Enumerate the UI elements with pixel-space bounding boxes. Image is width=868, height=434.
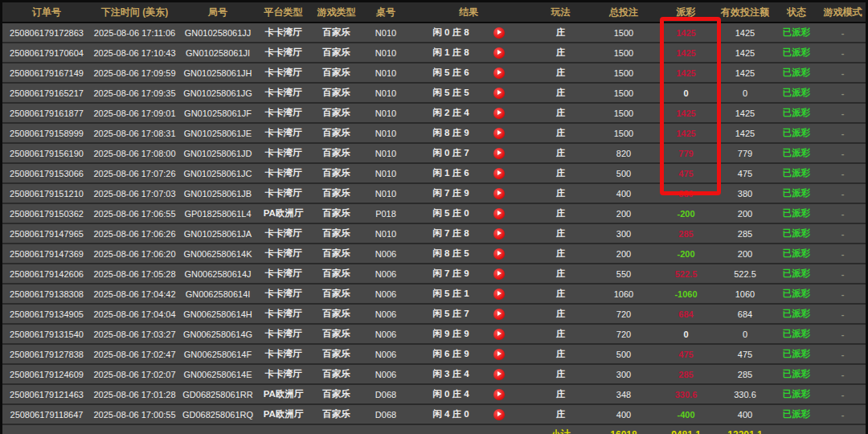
play-icon[interactable] (493, 47, 505, 59)
cell-order_no: 250806179172863 (2, 23, 91, 43)
cell-table_no: N010 (363, 43, 408, 63)
subtotal-total_bet: 16018 (592, 424, 655, 434)
play-icon[interactable] (493, 409, 505, 420)
cell-payout: 285 (655, 364, 717, 384)
cell-round_no: GN010258061JJ (178, 23, 257, 43)
play-icon[interactable] (493, 68, 505, 79)
cell-total_bet: 720 (592, 324, 655, 344)
subtotal-result-empty (408, 424, 529, 434)
cell-total_bet: 400 (592, 404, 655, 424)
cell-bet_time: 2025-08-06 17:03:27 (91, 324, 178, 344)
cell-platform: 卡卡湾厅 (257, 63, 309, 83)
cell-total_bet: 1500 (592, 23, 655, 43)
cell-platform: PA欧洲厅 (257, 384, 309, 404)
cell-round_no: GN0062580614H (178, 304, 257, 324)
cell-platform: 卡卡湾厅 (257, 183, 309, 203)
cell-result: 闲 5 庄 1 (408, 284, 529, 304)
cell-result: 闲 7 庄 9 (408, 264, 529, 284)
result-text: 闲 5 庄 6 (432, 67, 469, 79)
play-icon[interactable] (493, 289, 505, 300)
column-header-result: 结果 (408, 2, 529, 23)
cell-order_no: 250806179158999 (2, 123, 91, 143)
cell-platform: 卡卡湾厅 (257, 364, 309, 384)
cell-payout: -400 (655, 404, 717, 424)
cell-play_type: 庄 (529, 63, 592, 83)
cell-bet_time: 2025-08-06 17:09:35 (91, 83, 178, 103)
cell-mode: - (820, 63, 866, 83)
cell-game_type: 百家乐 (309, 63, 363, 83)
cell-play_type: 庄 (529, 203, 592, 223)
column-header-platform: 平台类型 (257, 2, 309, 23)
play-icon[interactable] (493, 329, 505, 340)
cell-platform: PA欧洲厅 (257, 203, 309, 223)
cell-status: 已派彩 (773, 304, 820, 324)
cell-status: 已派彩 (773, 203, 820, 223)
play-icon[interactable] (493, 389, 505, 400)
result-text: 闲 7 庄 9 (432, 187, 469, 199)
play-icon[interactable] (493, 228, 505, 240)
table-row: 2508061791246092025-08-06 17:02:07GN0062… (2, 364, 866, 384)
cell-game_type: 百家乐 (309, 304, 363, 324)
cell-bet_time: 2025-08-06 17:07:26 (91, 163, 178, 183)
cell-valid_bet: 475 (717, 344, 773, 364)
play-icon[interactable] (493, 208, 505, 219)
column-header-bet_time: 下注时间 (美东) (91, 2, 178, 23)
cell-mode: - (820, 284, 866, 304)
cell-platform: 卡卡湾厅 (257, 344, 309, 364)
cell-round_no: GN010258061JI (178, 43, 257, 63)
cell-result: 闲 1 庄 6 (408, 163, 529, 183)
play-icon[interactable] (493, 248, 505, 260)
play-icon[interactable] (493, 88, 505, 99)
cell-status: 已派彩 (773, 143, 820, 163)
cell-table_no: N006 (363, 324, 408, 344)
cell-valid_bet: 1425 (717, 23, 773, 43)
cell-game_type: 百家乐 (309, 324, 363, 344)
play-icon[interactable] (493, 148, 505, 159)
table-row: 2508061791530662025-08-06 17:07:26GN0102… (2, 163, 866, 183)
cell-mode: - (820, 344, 866, 364)
betting-records-screen: 订单号下注时间 (美东)局号平台类型游戏类型桌号结果玩法总投注派彩有效投注额状态… (0, 0, 868, 434)
cell-payout: 380 (655, 183, 717, 203)
column-header-game_type: 游戏类型 (309, 2, 363, 23)
cell-result: 闲 1 庄 8 (408, 43, 529, 63)
cell-table_no: N006 (363, 304, 408, 324)
cell-play_type: 庄 (529, 404, 592, 424)
cell-table_no: D068 (363, 384, 408, 404)
play-icon[interactable] (493, 349, 505, 360)
cell-result: 闲 9 庄 9 (408, 324, 529, 344)
play-icon[interactable] (493, 27, 505, 39)
cell-result: 闲 5 庄 5 (408, 83, 529, 103)
cell-total_bet: 400 (592, 183, 655, 203)
cell-play_type: 庄 (529, 143, 592, 163)
cell-game_type: 百家乐 (309, 223, 363, 244)
play-icon[interactable] (493, 309, 505, 320)
cell-platform: 卡卡湾厅 (257, 264, 309, 284)
play-icon[interactable] (493, 268, 505, 280)
play-icon[interactable] (493, 369, 505, 380)
cell-status: 已派彩 (773, 244, 820, 264)
cell-game_type: 百家乐 (309, 143, 363, 163)
cell-table_no: N006 (363, 244, 408, 264)
play-icon[interactable] (493, 188, 505, 199)
cell-payout: 779 (655, 143, 717, 163)
result-text: 闲 1 庄 6 (432, 167, 469, 179)
cell-round_no: GN010258061JF (178, 103, 257, 123)
cell-round_no: GD068258061RQ (178, 404, 257, 424)
result-text: 闲 8 庄 9 (432, 127, 469, 139)
cell-payout: 684 (655, 304, 717, 324)
cell-play_type: 庄 (529, 123, 592, 143)
cell-status: 已派彩 (773, 163, 820, 183)
cell-status: 已派彩 (773, 123, 820, 143)
play-icon[interactable] (493, 168, 505, 179)
cell-order_no: 250806179153066 (2, 163, 91, 183)
result-text: 闲 7 庄 8 (432, 227, 469, 240)
cell-bet_time: 2025-08-06 17:02:07 (91, 364, 178, 384)
cell-mode: - (820, 264, 866, 284)
cell-table_no: N006 (363, 284, 408, 304)
table-row: 2508061791503622025-08-06 17:06:55GP0182… (2, 203, 866, 223)
cell-valid_bet: 330.6 (717, 384, 773, 404)
play-icon[interactable] (493, 108, 505, 119)
cell-bet_time: 2025-08-06 17:02:47 (91, 344, 178, 364)
play-icon[interactable] (493, 128, 505, 139)
cell-total_bet: 300 (592, 223, 655, 244)
